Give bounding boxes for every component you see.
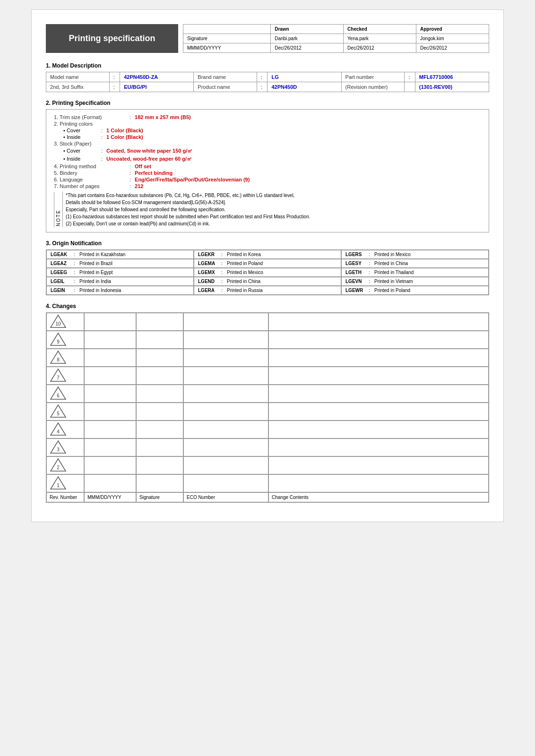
origin-cell: LGEIN : Printed in Indonesia [46,286,194,295]
page-title: Printing specification [69,34,155,43]
spec-value: 212 [135,183,143,189]
triangle-badge: 8 [50,350,67,364]
spec-label: 1. Trim size (Format) [54,114,129,120]
origin-colon: : [74,279,78,284]
change-row: 9 [46,331,489,349]
spec-box: 1. Trim size (Format) : 182 mm x 257 mm … [46,109,489,232]
origin-text: Printed in Egypt [79,270,113,275]
origin-colon: : [221,270,225,275]
spec-label: 3. Stock (Paper) [54,141,129,146]
origin-table: LGEAK : Printed in Kazakhstan LGEKR : Pr… [46,249,489,295]
section4-title: 4. Changes [46,303,489,309]
origin-cell: LGEIL : Printed in India [46,277,194,286]
svg-text:6: 6 [57,393,60,398]
origin-colon: : [74,288,78,293]
origin-code: LGEVN [345,279,367,284]
origin-cell: LGEEG : Printed in Egypt [46,268,194,277]
date-cell [84,313,136,331]
footer-label: Change Contents [268,492,489,502]
origin-colon: : [74,252,78,257]
contents-cell [268,456,489,474]
origin-text: Printed in Thailand [374,270,414,275]
origin-text: Printed in Kazakhstan [79,252,125,257]
contents-cell [268,367,489,385]
contents-cell [268,438,489,456]
eco-cell [183,474,268,492]
origin-colon: : [369,270,372,275]
section2-title: 2. Printing Specification [46,100,489,106]
triangle-badge: 4 [50,422,67,436]
spec-sub-label: • Cover [63,148,101,154]
revision-cell: 9 [46,331,84,349]
date-cell [84,385,136,403]
origin-text: Printed in Mexico [227,270,263,275]
eco-cell [183,403,268,421]
spec-value: 1 Color (Black) [106,128,143,133]
origin-colon: : [221,279,225,284]
origin-code: LGERA [198,288,219,293]
revision-cell: 10 [46,313,84,331]
svg-text:8: 8 [57,357,60,362]
eco-cell [183,331,268,349]
svg-text:2: 2 [57,465,60,470]
title-box: Printing specification [46,24,178,53]
date-cell [84,421,136,438]
origin-code: LGEIL [51,279,72,284]
change-row: 5 [46,403,489,421]
origin-colon: : [221,288,225,293]
origin-code: LGEIN [51,288,72,293]
date-cell [84,474,136,492]
contents-cell [268,474,489,492]
origin-colon: : [369,279,372,284]
change-row: 1 [46,474,489,492]
change-row: 2 [46,456,489,474]
spec-value: Coated, Snow white paper 150 g/㎡ [106,147,192,155]
spec-colon: : [129,177,131,182]
origin-code: LGEKR [198,252,219,257]
origin-text: Printed in India [79,279,111,284]
origin-text: Printed in China [227,279,260,284]
date-cell [84,349,136,367]
date-cell [84,403,136,421]
change-row: 10 [46,313,489,331]
svg-text:10: 10 [55,321,61,326]
origin-text: Printed in Brazil [79,261,112,266]
origin-code: LGEEG [51,270,72,275]
revision-cell: 1 [46,474,84,492]
signature-cell [136,367,183,385]
origin-code: LGESY [345,261,367,266]
signature-cell [136,385,183,403]
origin-code: LGEMA [198,261,219,266]
origin-code: LGEAZ [51,261,72,266]
origin-text: Printed in Indonesia [79,288,121,293]
page: Printing specification DrawnCheckedAppro… [31,9,504,522]
eco-cell [183,438,268,456]
note-content: *This part contains Eco-hazardous substa… [66,192,310,227]
date-cell [84,456,136,474]
date-cell [84,331,136,349]
origin-text: Printed in China [374,261,408,266]
spec-colon: : [129,114,131,120]
signature-cell [136,456,183,474]
changes-footer-row: Rev. NumberMMM/DD/YYYYSignatureECO Numbe… [46,492,489,502]
footer-label: ECO Number [183,492,268,502]
signature-cell [136,421,183,438]
origin-cell: LGERS : Printed in Mexico [341,250,489,259]
spec-colon: : [129,183,131,189]
note-line: Details should be followed Eco-SCM manag… [66,199,310,206]
origin-colon: : [221,261,225,266]
origin-code: LGEMX [198,270,219,275]
spec-colon: : [101,156,103,162]
spec-value: Perfect binding [135,170,173,176]
eco-cell [183,456,268,474]
svg-text:5: 5 [57,411,60,416]
eco-cell [183,421,268,438]
svg-text:1: 1 [57,483,60,488]
note-section: NOTE*This part contains Eco-hazardous su… [54,192,481,227]
change-row: 7 [46,367,489,385]
note-line: (2) Especially, Don't use or contain lea… [66,220,310,227]
svg-text:4: 4 [57,429,60,434]
origin-cell: LGEKR : Printed in Korea [194,250,341,259]
triangle-badge: 5 [50,404,67,418]
origin-text: Printed in Russia [227,288,263,293]
